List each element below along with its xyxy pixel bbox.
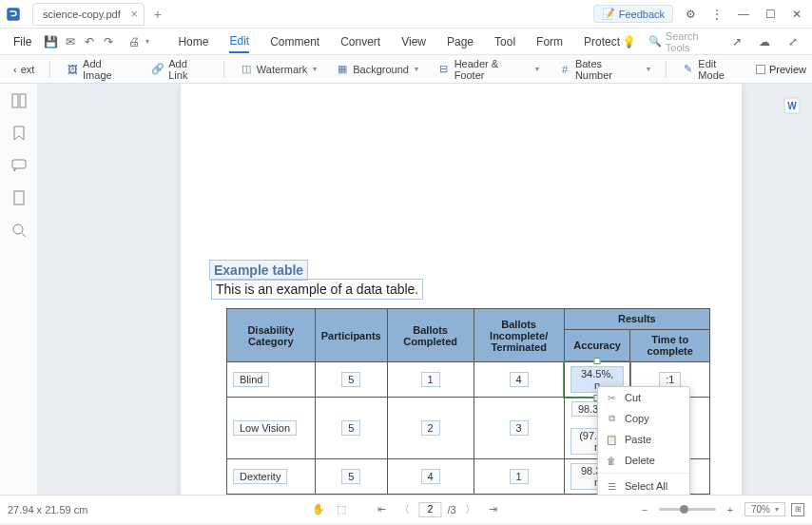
zoom-in-icon[interactable]: +	[722, 501, 739, 518]
share-icon[interactable]: ↗	[727, 31, 746, 52]
paste-icon: 📋	[606, 434, 617, 445]
more-icon[interactable]: ⋮	[707, 5, 726, 24]
tab-home[interactable]: Home	[178, 31, 208, 52]
ctx-paste[interactable]: 📋Paste	[598, 429, 689, 450]
search-panel-icon[interactable]	[11, 223, 27, 238]
tab-protect[interactable]: Protect	[584, 31, 620, 52]
ext-button[interactable]: ‹ext	[6, 61, 42, 78]
add-link-button[interactable]: 🔗Add Link	[144, 55, 216, 84]
next-page-icon[interactable]: 〉	[462, 501, 479, 518]
search-icon: 🔍	[648, 35, 662, 48]
cell[interactable]: 3	[510, 420, 529, 436]
preview-label: Preview	[769, 64, 806, 75]
search-tools[interactable]: 🔍 Search Tools	[648, 30, 718, 53]
close-icon[interactable]: ✕	[787, 5, 806, 24]
feedback-button[interactable]: 📝 Feedback	[593, 5, 673, 23]
cell[interactable]: 5	[341, 420, 360, 436]
hdr-completed: Ballots Completed	[387, 309, 474, 362]
ctx-label: Cut	[625, 392, 641, 403]
svg-rect-4	[14, 191, 24, 204]
redo-icon[interactable]: ↷	[99, 31, 118, 52]
preview-checkbox[interactable]: Preview	[756, 64, 806, 75]
header-footer-icon: ⊟	[437, 63, 451, 76]
tab-comment[interactable]: Comment	[270, 31, 319, 52]
print-quick-icon[interactable]: ✉	[61, 31, 80, 52]
doc-title[interactable]: Example table	[209, 260, 308, 281]
maximize-icon[interactable]: ☐	[761, 5, 780, 24]
ctx-cut[interactable]: ✂Cut	[598, 387, 689, 408]
cloud-icon[interactable]: ☁	[756, 31, 775, 52]
word-export-icon[interactable]: W	[783, 97, 801, 114]
bates-number-button[interactable]: #Bates Number▾	[551, 55, 657, 84]
app-logo-icon	[0, 1, 27, 28]
thumbnails-icon[interactable]	[11, 93, 27, 108]
document-tab[interactable]: science-copy.pdf ×	[32, 3, 145, 26]
background-button[interactable]: ▦Background▾	[328, 60, 426, 79]
tab-convert[interactable]: Convert	[340, 31, 380, 52]
cell[interactable]: 2	[421, 420, 440, 436]
cell[interactable]: 5	[341, 372, 360, 387]
last-page-icon[interactable]: ⇥	[485, 501, 502, 518]
tab-edit[interactable]: Edit	[229, 30, 249, 53]
first-page-icon[interactable]: ⇤	[373, 501, 390, 518]
ctx-select-all[interactable]: ☰Select All	[598, 476, 689, 495]
zoom-level[interactable]: 70%▾	[744, 502, 785, 516]
tab-tool[interactable]: Tool	[494, 31, 515, 52]
cell[interactable]: 4	[510, 372, 529, 387]
minimize-icon[interactable]: —	[734, 5, 753, 24]
select-all-icon: ☰	[606, 480, 617, 492]
copy-icon: ⧉	[606, 413, 617, 424]
cell[interactable]: 4	[421, 469, 440, 484]
save-icon[interactable]: 💾	[41, 31, 60, 52]
bulb-icon[interactable]: 💡	[620, 31, 639, 52]
undo-icon[interactable]: ↶	[80, 31, 99, 52]
file-menu[interactable]: File	[4, 35, 41, 49]
document-canvas[interactable]: W Example table This is an example of a …	[38, 84, 812, 495]
hdr-disability: Disability Category	[227, 309, 316, 362]
bates-icon: #	[558, 63, 571, 76]
svg-rect-0	[7, 8, 20, 21]
ctx-label: Paste	[625, 434, 651, 445]
cell[interactable]: :1	[659, 372, 681, 387]
tab-page[interactable]: Page	[447, 31, 474, 52]
add-image-button[interactable]: 🖼Add Image	[58, 55, 140, 84]
background-label: Background	[353, 64, 409, 75]
cell[interactable]: 1	[421, 372, 440, 387]
expand-icon[interactable]: ⤢	[783, 31, 802, 52]
page-number-input[interactable]	[418, 502, 441, 517]
hdr-incomplete: Ballots Incomplete/ Terminated	[474, 309, 564, 362]
tab-close-icon[interactable]: ×	[131, 8, 138, 21]
menubar: File 💾 ✉ ↶ ↷ 🖨▾ Home Edit Comment Conver…	[0, 29, 812, 55]
ctx-copy[interactable]: ⧉Copy	[598, 408, 689, 429]
attachment-icon[interactable]	[11, 190, 27, 205]
new-tab-button[interactable]: +	[154, 7, 162, 22]
link-icon: 🔗	[151, 63, 164, 76]
cell[interactable]: Low Vision	[233, 420, 297, 436]
cell[interactable]: 5	[341, 469, 360, 484]
tab-form[interactable]: Form	[536, 31, 563, 52]
hdr-participants: Participants	[315, 309, 387, 362]
bookmark-icon[interactable]	[11, 126, 27, 141]
edit-mode-button[interactable]: ✎Edit Mode	[674, 55, 752, 84]
fit-page-icon[interactable]: ⊞	[791, 503, 804, 516]
cell[interactable]: Dexterity	[233, 469, 287, 484]
main-area: ▸ ◂ W Example table This is an example o…	[0, 84, 812, 495]
comment-icon[interactable]	[11, 158, 27, 173]
watermark-button[interactable]: ◫Watermark▾	[232, 60, 324, 79]
select-tool-icon[interactable]: ⬚	[333, 501, 350, 518]
hand-tool-icon[interactable]: ✋	[310, 501, 327, 518]
tab-view[interactable]: View	[401, 31, 426, 52]
print-icon[interactable]: 🖨	[125, 31, 144, 52]
svg-point-5	[13, 224, 23, 234]
cell[interactable]: Blind	[233, 372, 269, 387]
zoom-slider[interactable]	[659, 508, 716, 511]
cell[interactable]: 1	[510, 469, 529, 484]
ctx-delete[interactable]: 🗑Delete	[598, 450, 689, 471]
page-total: /3	[447, 504, 455, 515]
header-footer-button[interactable]: ⊟Header & Footer▾	[430, 55, 547, 84]
prev-page-icon[interactable]: 〈	[396, 501, 413, 518]
settings-gear-icon[interactable]: ⚙	[681, 5, 700, 24]
zoom-value: 70%	[751, 504, 770, 515]
doc-subtitle[interactable]: This is an example of a data table.	[211, 279, 423, 300]
zoom-out-icon[interactable]: −	[636, 501, 653, 518]
